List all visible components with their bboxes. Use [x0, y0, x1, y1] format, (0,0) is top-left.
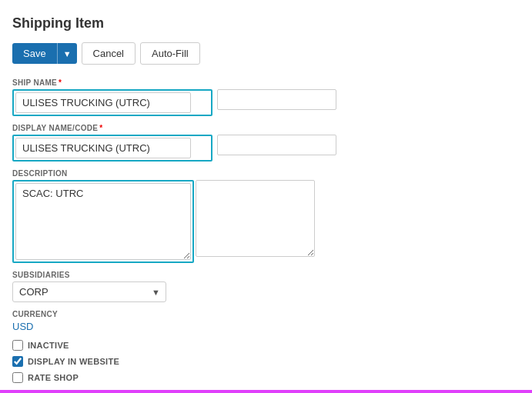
rate-shop-row: RATE SHOP: [12, 372, 382, 383]
ship-name-extra-input[interactable]: [217, 89, 336, 110]
save-button[interactable]: Save: [12, 43, 57, 64]
ship-name-highlight: [12, 89, 212, 116]
save-dropdown-arrow-icon: ▼: [63, 49, 72, 58]
cancel-button[interactable]: Cancel: [82, 42, 136, 65]
ship-name-label: SHIP NAME*: [12, 78, 382, 87]
description-label: DESCRIPTION: [12, 169, 382, 178]
description-textarea-extra[interactable]: [196, 180, 315, 257]
description-highlight: SCAC: UTRC: [12, 180, 194, 263]
display-in-website-label[interactable]: DISPLAY IN WEBSITE: [28, 357, 119, 366]
autofill-button[interactable]: Auto-Fill: [140, 42, 200, 65]
bottom-accent-line: [0, 390, 532, 393]
display-name-extra-input[interactable]: [217, 135, 336, 155]
display-in-website-checkbox[interactable]: [12, 356, 23, 367]
display-name-highlight: [12, 135, 212, 162]
save-dropdown-button[interactable]: ▼: [57, 43, 77, 64]
display-in-website-row: DISPLAY IN WEBSITE: [12, 356, 382, 367]
description-field: DESCRIPTION SCAC: UTRC: [12, 169, 382, 263]
subsidiaries-select[interactable]: CORP Other: [12, 281, 166, 302]
currency-field: CURRENCY USD: [12, 310, 382, 332]
ship-name-input[interactable]: [15, 92, 191, 113]
toolbar: Save ▼ Cancel Auto-Fill: [12, 42, 514, 65]
ship-name-field: SHIP NAME*: [12, 78, 382, 116]
subsidiaries-label: SUBSIDIARIES: [12, 271, 382, 279]
display-name-field: DISPLAY NAME/CODE*: [12, 124, 382, 162]
display-name-input[interactable]: [15, 138, 191, 158]
subsidiaries-field: SUBSIDIARIES CORP Other ▼: [12, 271, 382, 302]
display-name-label: DISPLAY NAME/CODE*: [12, 124, 382, 132]
currency-value: USD: [12, 321, 382, 332]
form-body: SHIP NAME* DISPLAY NAME/CODE* DESCRIPTIO…: [12, 78, 382, 383]
subsidiaries-select-wrapper: CORP Other ▼: [12, 281, 166, 302]
rate-shop-checkbox[interactable]: [12, 372, 23, 383]
rate-shop-label[interactable]: RATE SHOP: [28, 373, 79, 382]
inactive-row: INACTIVE: [12, 340, 382, 351]
save-button-group: Save ▼: [12, 43, 77, 64]
inactive-checkbox[interactable]: [12, 340, 23, 351]
currency-label: CURRENCY: [12, 310, 382, 318]
page-title: Shipping Item: [12, 15, 514, 32]
inactive-label[interactable]: INACTIVE: [28, 341, 69, 350]
description-textarea[interactable]: SCAC: UTRC: [15, 183, 191, 260]
